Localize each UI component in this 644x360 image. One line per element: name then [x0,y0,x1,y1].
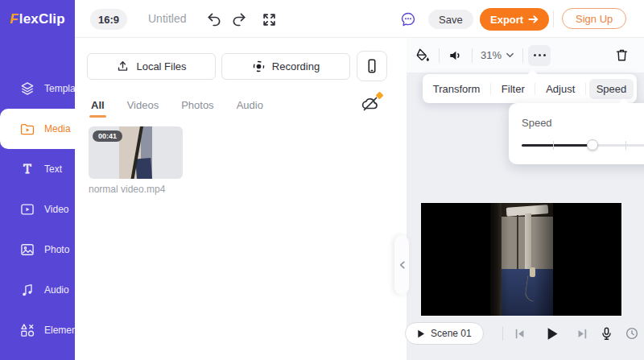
phone-icon [364,58,380,74]
volume-button[interactable] [444,45,467,66]
signup-button[interactable]: Sign Up [562,8,626,29]
previous-scene-button[interactable] [509,323,530,344]
menu-item-speed[interactable]: Speed [589,79,634,99]
feedback-chat-icon[interactable] [400,11,416,27]
export-button[interactable]: Export [480,8,549,31]
local-files-label: Local Files [136,60,186,72]
slider-handle[interactable] [587,139,598,151]
sidebar-item-templates[interactable]: Templates [0,68,75,109]
video-preview-stage[interactable] [421,203,621,316]
export-label: Export [490,14,523,26]
topbar-divider [553,10,554,27]
recording-button[interactable]: Recording [221,53,350,80]
flexclip-logo[interactable]: FlexClip [0,0,75,38]
fill-color-button[interactable] [411,45,434,66]
sidebar-item-audio[interactable]: Audio [0,270,75,310]
top-bar: FlexClip 16:9 Untitled Save Export Sign … [0,0,644,38]
duration-badge: 00:41 [93,130,122,142]
zoom-level-dropdown[interactable]: 31% [477,49,518,61]
aspect-ratio-button[interactable]: 16:9 [90,9,127,30]
menu-item-transform[interactable]: Transform [426,79,488,99]
audio-icon [19,282,35,298]
import-from-phone-button[interactable] [357,51,387,81]
local-files-button[interactable]: Local Files [87,53,216,80]
templates-icon [19,81,35,97]
sidebar-item-elements[interactable]: Elements [0,310,75,350]
fullscreen-icon[interactable] [261,11,277,27]
menu-divider [490,83,491,95]
redo-icon[interactable] [231,11,247,27]
save-button[interactable]: Save [428,10,473,29]
clip-toolbar: 31% [407,38,644,72]
media-panel: Local Files Recording All Videos Photos … [75,38,407,360]
menu-item-filter[interactable]: Filter [494,79,532,99]
tab-videos[interactable]: Videos [127,99,159,118]
video-clip-content[interactable] [490,203,553,316]
toolbar-divider [472,48,473,63]
undo-icon[interactable] [206,11,222,27]
media-folder-icon [19,121,35,137]
sidebar-item-text[interactable]: T Text [0,149,75,189]
panel-collapse-handle[interactable] [394,235,409,295]
chevron-down-icon [506,52,514,59]
toolbar-divider [439,48,440,63]
arrow-right-icon [528,14,539,24]
toolbar-divider [522,48,523,63]
more-options-button[interactable] [528,45,551,66]
delete-clip-button[interactable] [610,44,633,65]
menu-divider [535,83,535,95]
media-tabs: All Videos Photos Audio [91,99,263,118]
video-icon [19,201,35,217]
sidebar-item-media[interactable]: Media [0,109,75,149]
speed-slider-label: Speed [522,117,552,129]
speed-slider[interactable] [522,139,644,151]
slider-tick [625,141,626,150]
speed-popover: Speed [509,103,644,164]
play-small-icon [417,329,425,338]
sidebar-item-photo[interactable]: Photo [0,230,75,270]
tab-photos[interactable]: Photos [181,99,213,118]
sidebar-nav: Templates Media T Text Video Photo Audio… [0,38,75,360]
sidebar-item-label: Text [44,163,62,175]
elements-icon [19,322,35,338]
slider-tick [553,141,554,150]
duration-clock-button[interactable] [621,323,642,344]
zoom-level-value: 31% [481,49,502,61]
text-icon: T [19,161,35,177]
sidebar-item-label: Audio [44,284,69,296]
svg-text:T: T [23,163,31,176]
menu-divider [585,83,586,95]
sidebar-item-label: Media [44,123,71,134]
tab-audio[interactable]: Audio [237,99,263,118]
media-filename: normal video.mp4 [89,184,165,195]
chevron-left-icon [398,260,406,270]
scene-label: Scene 01 [431,328,472,339]
clip-options-menu: Transform Filter Adjust Speed [423,74,637,103]
sidebar-item-video[interactable]: Video [0,189,75,230]
microphone-button[interactable] [596,323,617,344]
playerbar-divider [502,326,503,341]
tab-all[interactable]: All [91,99,105,118]
slider-fill [522,144,592,147]
photo-icon [19,242,35,258]
sidebar-item-label: Photo [44,244,69,255]
sidebar-item-label: Video [44,204,68,215]
cloud-off-icon[interactable] [361,94,382,115]
scene-selector-button[interactable]: Scene 01 [405,322,484,345]
ellipsis-icon [534,54,546,56]
menu-item-adjust[interactable]: Adjust [539,79,582,99]
flexclip-editor: FlexClip 16:9 Untitled Save Export Sign … [0,0,644,360]
media-thumbnail[interactable]: 00:41 [89,126,183,179]
upload-icon [116,60,130,73]
logo-accent-letter: F [10,11,19,27]
logo-text: lexClip [19,11,65,27]
play-button[interactable] [541,323,562,344]
record-icon [252,60,266,73]
project-title[interactable]: Untitled [148,12,186,25]
thumbnail-video-frame [119,126,152,179]
recording-label: Recording [272,60,320,72]
next-scene-button[interactable] [572,323,592,344]
